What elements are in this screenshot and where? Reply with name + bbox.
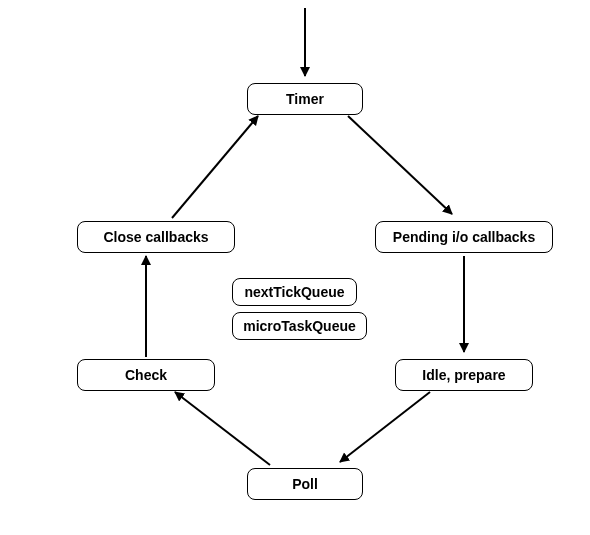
queue-next-tick: nextTickQueue <box>232 278 357 306</box>
phase-idle-prepare: Idle, prepare <box>395 359 533 391</box>
timer-to-pending <box>348 116 452 214</box>
close-to-timer <box>172 116 258 218</box>
arrow-layer <box>0 0 590 535</box>
phase-timer: Timer <box>247 83 363 115</box>
phase-check: Check <box>77 359 215 391</box>
phase-poll: Poll <box>247 468 363 500</box>
idle-to-poll <box>340 392 430 462</box>
phase-pending-io: Pending i/o callbacks <box>375 221 553 253</box>
phase-close-callbacks: Close callbacks <box>77 221 235 253</box>
poll-to-check <box>175 392 270 465</box>
queue-microtask: microTaskQueue <box>232 312 367 340</box>
event-loop-diagram: Timer Pending i/o callbacks Idle, prepar… <box>0 0 590 535</box>
